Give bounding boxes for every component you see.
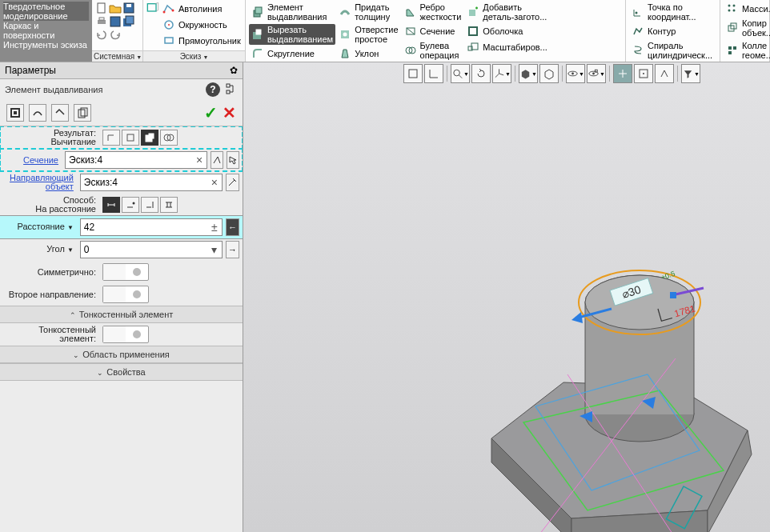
result-opt-newbody[interactable] <box>122 130 139 146</box>
mode-distance[interactable] <box>102 197 120 213</box>
clear-icon[interactable]: × <box>192 154 207 166</box>
symmetric-toggle[interactable] <box>102 263 149 281</box>
autoline-button[interactable]: Автолиния <box>160 2 243 16</box>
fillet-button[interactable]: Скругление <box>249 46 335 61</box>
dir2-toggle[interactable] <box>102 286 149 303</box>
panel-title: Параметры ✿ <box>0 62 243 79</box>
vp-vis2-icon[interactable]: ▼ <box>587 64 606 83</box>
svg-marker-65 <box>571 312 583 323</box>
save2-icon[interactable] <box>109 15 122 28</box>
parameters-panel: Параметры ✿ Элемент выдавливания ? ✓ <box>0 62 243 532</box>
cut-extrude-button[interactable]: Вырезатьвыдавливанием <box>249 24 335 45</box>
vp-snap3-icon[interactable] <box>655 64 674 83</box>
spiral-button[interactable]: Спиральцилиндрическ... <box>629 40 715 61</box>
pointcoord-button[interactable]: Точка покоординат... <box>629 2 715 22</box>
sketch-mode-icon[interactable] <box>146 2 159 14</box>
result-opt-subtract[interactable] <box>141 130 158 146</box>
svg-point-51 <box>454 70 460 76</box>
tab1-icon[interactable] <box>6 104 24 122</box>
print-icon[interactable] <box>95 15 108 28</box>
svg-rect-25 <box>469 27 477 35</box>
vp-shade-icon[interactable]: ▼ <box>519 64 538 83</box>
clear-icon[interactable]: × <box>207 176 222 189</box>
svg-rect-46 <box>149 134 154 138</box>
angle-input[interactable] <box>81 244 207 255</box>
thin-section-header[interactable]: ⌃Тонкостенный элемент <box>0 306 243 323</box>
mode-to-surface[interactable] <box>141 197 158 213</box>
scale-button[interactable]: Масштабиров... <box>464 40 549 54</box>
hole-button[interactable]: Отверстиепростое <box>336 24 400 45</box>
result-opt-union[interactable] <box>102 130 120 146</box>
tree-toggle-icon[interactable] <box>225 82 238 97</box>
guide-input[interactable] <box>81 177 207 188</box>
collection-button[interactable]: Коллегеоме... <box>724 40 770 61</box>
mode-through-all[interactable] <box>160 197 178 213</box>
vp-filter-icon[interactable]: ▼ <box>681 64 700 83</box>
help-icon[interactable]: ? <box>206 82 220 97</box>
vp-snap2-icon[interactable] <box>634 64 653 83</box>
rect-button[interactable]: Прямоугольник <box>160 34 243 48</box>
result-row: Результат:Вычитание <box>0 126 243 149</box>
undo-icon[interactable] <box>95 29 108 42</box>
svg-line-21 <box>407 28 415 34</box>
vp-zoom-icon[interactable]: ▼ <box>451 64 470 83</box>
cancel-button[interactable]: ✕ <box>223 103 236 122</box>
select-icon[interactable] <box>227 151 239 169</box>
direction-edit-icon[interactable] <box>226 174 239 191</box>
vp-axis-icon[interactable]: ▼ <box>492 64 511 83</box>
circle-button[interactable]: Окружность <box>160 18 243 32</box>
vp-rotate-icon[interactable] <box>471 64 491 83</box>
mode-options <box>102 197 178 213</box>
props-section-header[interactable]: ⌄Свойства <box>0 363 243 381</box>
ribbon-group-array: Масси... Копиробъек... Коллегеоме... Мас… <box>720 0 770 62</box>
array-button[interactable]: Масси... <box>724 2 770 16</box>
svg-rect-17 <box>256 30 261 34</box>
extrude-button[interactable]: Элементвыдавливания <box>249 2 335 22</box>
dropdown-icon[interactable]: ▾ <box>207 243 222 256</box>
mode-surface[interactable]: Каркас и поверхности <box>3 21 89 40</box>
vp-section-icon[interactable] <box>403 64 423 83</box>
copy-button[interactable]: Копиробъек... <box>724 18 770 38</box>
mode-solid[interactable]: Твердотельное моделирование <box>3 2 89 21</box>
mode-to-vertex[interactable] <box>122 197 139 213</box>
direction-arrow-button[interactable]: ← <box>226 218 239 236</box>
draft-button[interactable]: Уклон <box>336 46 400 61</box>
vp-vis1-icon[interactable]: ▼ <box>566 64 585 83</box>
section-input[interactable] <box>66 154 192 166</box>
svg-rect-3 <box>98 20 106 24</box>
distance-input[interactable] <box>81 222 207 233</box>
svg-rect-7 <box>126 16 134 24</box>
apply-button[interactable]: ✓ <box>204 103 218 122</box>
thin-toggle[interactable] <box>102 326 149 343</box>
pick-icon[interactable] <box>211 151 223 169</box>
tab3-icon[interactable] <box>51 104 69 122</box>
saveall-icon[interactable] <box>122 15 135 28</box>
ribbon-group-sketch: Автолиния Окружность Прямоугольник Эскиз… <box>143 0 246 62</box>
tab4-icon[interactable] <box>74 104 91 122</box>
ribbon-group-body: Элементвыдавливания Вырезатьвыдавливание… <box>246 0 626 62</box>
addpart-button[interactable]: Добавитьдеталь-загото... <box>464 2 549 22</box>
svg-rect-37 <box>728 51 732 54</box>
gear-icon[interactable]: ✿ <box>230 65 238 76</box>
shell-button[interactable]: Оболочка <box>464 24 549 38</box>
viewport[interactable]: ▼ ▼ ▼ ▼ ▼ ▼ <box>243 62 770 532</box>
vp-snap1-icon[interactable] <box>613 64 632 83</box>
save-icon[interactable] <box>122 2 135 14</box>
dim-tolerance: +0.5 <box>660 270 676 282</box>
section-button[interactable]: Сечение <box>402 24 464 38</box>
plusminus-icon[interactable]: ± <box>207 221 222 234</box>
folder-icon[interactable] <box>109 2 122 14</box>
angle-dir-button[interactable]: → <box>226 241 239 258</box>
contour-button[interactable]: Контур <box>629 24 715 38</box>
tab2-icon[interactable] <box>29 104 46 122</box>
redo-icon[interactable] <box>109 29 122 42</box>
result-opt-intersect[interactable] <box>160 130 178 146</box>
boolean-button[interactable]: Булеваоперация <box>402 40 464 61</box>
vp-wire-icon[interactable] <box>539 64 559 83</box>
mode-sketch-tools[interactable]: Инструменты эскиза <box>3 40 89 50</box>
vp-orient-icon[interactable] <box>424 64 443 83</box>
rib-button[interactable]: Реброжесткости <box>402 2 464 22</box>
new-icon[interactable] <box>95 2 108 14</box>
scope-section-header[interactable]: ⌄Область применения <box>0 346 243 363</box>
thicken-button[interactable]: Придатьтолщину <box>336 2 400 22</box>
